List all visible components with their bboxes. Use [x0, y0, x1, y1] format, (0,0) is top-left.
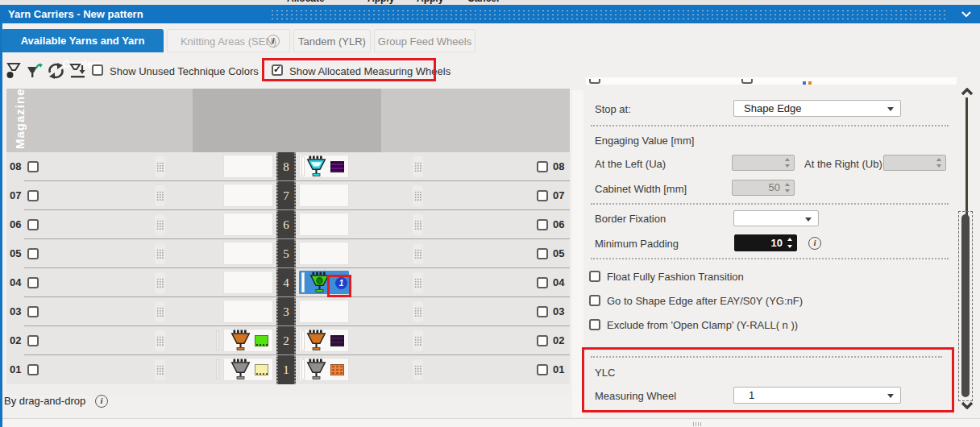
show-unused-checkbox[interactable]: [92, 64, 103, 76]
drag-handle-icon[interactable]: [413, 359, 423, 380]
tab-tandem[interactable]: Tandem (YLR): [293, 29, 371, 52]
go-to-shape-edge-checkbox[interactable]: [589, 295, 600, 306]
magazine-header: Magazine: [6, 89, 570, 152]
row-label-left: 05: [10, 239, 21, 268]
row-checkbox-right[interactable]: [537, 306, 548, 317]
refresh-icon[interactable]: [47, 62, 65, 80]
cabinet-width-value: 50: [769, 181, 780, 193]
bottom-splitter-bar[interactable]: [2, 418, 980, 427]
scrollbar-track[interactable]: [965, 97, 968, 215]
at-left-spinner[interactable]: [732, 155, 795, 171]
right-carrier-slot[interactable]: [299, 358, 349, 381]
row-checkbox-left[interactable]: [27, 219, 39, 230]
minimum-padding-spinner[interactable]: 10: [734, 234, 797, 251]
drag-handle-icon[interactable]: [155, 359, 165, 380]
clipped-checkbox: [741, 79, 754, 85]
float-transition-checkbox[interactable]: [589, 271, 600, 282]
tab-knitting-areas[interactable]: Knitting Areas (SEN): [167, 29, 290, 52]
drag-handle-icon[interactable]: [155, 301, 165, 322]
slot-divider: [216, 359, 219, 379]
left-carrier-slot[interactable]: [223, 271, 273, 294]
stop-at-dropdown[interactable]: Shape Edge: [733, 100, 901, 117]
row-checkbox-left[interactable]: [27, 364, 39, 375]
scrollbar-thumb[interactable]: [961, 214, 970, 397]
row-checkbox-right[interactable]: [537, 335, 548, 346]
panel-top-gap: [586, 77, 957, 85]
info-icon[interactable]: [808, 237, 821, 250]
drag-handle-icon[interactable]: [155, 330, 165, 351]
info-icon[interactable]: [267, 35, 280, 48]
drag-handle-icon[interactable]: [413, 301, 423, 322]
dropdown-arrow-icon: [887, 394, 894, 398]
cabinet-width-spinner[interactable]: 50: [732, 180, 795, 196]
drag-handle-icon[interactable]: [155, 156, 165, 177]
splitter-grip[interactable]: [693, 422, 703, 426]
left-carrier-slot[interactable]: [223, 300, 273, 323]
drag-handle-icon[interactable]: [155, 272, 165, 293]
drag-handle-icon[interactable]: [413, 214, 423, 235]
row-label-right: 04: [553, 268, 564, 297]
ylc-title: YLC: [595, 367, 615, 379]
titlebar[interactable]: Yarn Carriers - New pattern: [0, 5, 980, 23]
at-right-label: At the Right (Ub): [804, 158, 882, 171]
yarn-color-swatch: [330, 364, 344, 375]
drag-handle-icon[interactable]: [155, 185, 165, 206]
background-text-fragment: Apply: [417, 0, 443, 4]
left-carrier-slot[interactable]: [223, 184, 273, 207]
right-carrier-slot[interactable]: [299, 300, 349, 323]
info-icon[interactable]: [95, 395, 108, 408]
row-checkbox-right[interactable]: [537, 161, 548, 172]
left-carrier-slot[interactable]: [223, 242, 273, 265]
go-to-shape-edge-label: Go to Shape Edge after EAY/S0Y (YG:nF): [607, 295, 803, 308]
slot-divider: [301, 272, 305, 292]
row-checkbox-right[interactable]: [537, 248, 548, 259]
magazine-row-06: 06606: [6, 210, 570, 239]
scroll-down-icon[interactable]: [961, 401, 974, 409]
right-carrier-slot[interactable]: [299, 242, 349, 265]
left-carrier-slot[interactable]: [223, 358, 273, 381]
row-checkbox-left[interactable]: [27, 277, 39, 288]
row-checkbox-right[interactable]: [537, 190, 548, 201]
right-carrier-slot[interactable]: [299, 329, 349, 352]
show-allocated-checkbox[interactable]: [272, 64, 283, 76]
magazine-row-03: 03303: [6, 297, 570, 326]
carrier-download-icon[interactable]: [69, 62, 87, 80]
drag-handle-icon[interactable]: [413, 156, 423, 177]
drag-handle-icon[interactable]: [155, 243, 165, 264]
right-carrier-slot[interactable]: [299, 213, 349, 236]
drag-handle-icon[interactable]: [155, 214, 165, 235]
chevron-down-icon[interactable]: [961, 10, 972, 18]
row-checkbox-right[interactable]: [537, 364, 548, 375]
at-right-spinner[interactable]: [883, 155, 946, 171]
magazine-title: Magazine: [13, 92, 27, 149]
row-checkbox-left[interactable]: [27, 335, 39, 346]
left-carrier-slot[interactable]: [223, 155, 273, 178]
carrier-insert-icon[interactable]: [26, 62, 44, 80]
tab-available-yarns[interactable]: Available Yarns and Yarn Carriers: [2, 29, 164, 52]
drag-handle-icon[interactable]: [413, 272, 423, 293]
right-carrier-slot[interactable]: [299, 184, 349, 207]
exclude-open-clamp-checkbox[interactable]: [589, 319, 600, 330]
row-label-right: 08: [553, 152, 564, 181]
drag-handle-icon[interactable]: [413, 330, 423, 351]
stop-at-label: Stop at:: [595, 103, 631, 116]
measuring-wheel-dropdown[interactable]: 1: [733, 387, 901, 404]
tab-group-feed-wheels[interactable]: Group Feed Wheels: [374, 29, 475, 52]
row-checkbox-left[interactable]: [27, 161, 39, 172]
row-checkbox-left[interactable]: [27, 190, 39, 201]
row-checkbox-left[interactable]: [27, 248, 39, 259]
row-checkbox-right[interactable]: [537, 219, 548, 230]
drag-handle-icon[interactable]: [413, 243, 423, 264]
at-left-label: At the Left (Ua): [595, 158, 666, 171]
drag-handle-icon[interactable]: [413, 185, 423, 206]
magazine-row-05: 05505: [6, 239, 570, 268]
scroll-up-icon[interactable]: [961, 88, 974, 96]
row-checkbox-right[interactable]: [537, 277, 548, 288]
carrier-select-icon[interactable]: [5, 62, 23, 80]
left-carrier-slot[interactable]: [223, 329, 273, 352]
border-fixation-dropdown[interactable]: [733, 210, 819, 226]
row-checkbox-left[interactable]: [27, 306, 39, 317]
right-carrier-slot[interactable]: 1: [299, 271, 349, 294]
right-carrier-slot[interactable]: [299, 155, 349, 178]
left-carrier-slot[interactable]: [223, 213, 273, 236]
